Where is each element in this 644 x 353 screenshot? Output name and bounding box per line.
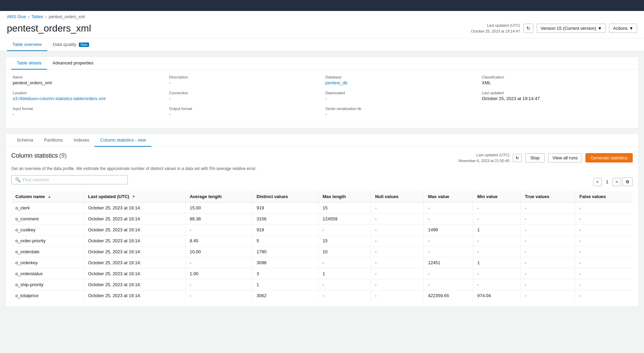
th-false-values: False values [575,191,633,202]
next-page-button[interactable]: > [612,178,621,186]
refresh-button[interactable]: ↻ [523,24,533,33]
table-row: o_commentOctober 25, 2023 at 19:14:88.38… [11,214,633,224]
version-select-button[interactable]: Version 15 (Current version) ▼ [537,24,606,33]
th-distinct-values: Distinct values [252,191,319,202]
prev-page-button[interactable]: < [593,178,602,186]
th-min-value: Min value [473,191,521,202]
database-link[interactable]: pentest_db [325,80,347,85]
sort-icon-updated: ▼ [132,195,135,198]
table-header-row: Column name ▲ Last updated (UTC) ▼ Avera… [11,191,633,202]
detail-placeholder [482,107,632,117]
subtab-table-details[interactable]: Table details [11,57,47,70]
search-icon: 🔍 [15,177,21,182]
pagination-area: < 1 > ⚙ [593,178,633,186]
table-row: o_orderstatusOctober 25, 2023 at 19:14:1… [11,268,633,279]
version-chevron-icon: ▼ [598,26,602,31]
table-row: o_orderkeyOctober 25, 2023 at 19:14:-309… [11,257,633,268]
th-max-value: Max value [424,191,473,202]
tab-schema[interactable]: Schema [11,134,39,147]
detail-serde: Serde serialization lib - [325,107,475,117]
breadcrumb-sep-1: › [28,14,29,19]
th-avg-length: Average length [185,191,252,202]
view-all-runs-button[interactable]: View all runs [548,153,582,162]
search-filter-row: 🔍 < 1 > ⚙ [11,175,633,188]
generate-statistics-button[interactable]: Generate statistics [585,153,633,162]
sort-asc-icon: ▲ [48,195,51,198]
bottom-section: Schema Partitions Indexes Column statist… [5,134,639,307]
details-grid: Name pentest_orders_xml Description - Da… [13,75,631,117]
breadcrumb-current: pentest_orders_xml [49,14,85,19]
th-last-updated[interactable]: Last updated (UTC) ▼ [84,191,185,202]
header-actions: Last updated (UTC) October 25, 2023 at 1… [471,23,637,34]
actions-label: Actions [613,26,628,31]
col-stats-count: (9) [59,152,67,159]
page-title: pentest_orders_xml [7,23,91,34]
breadcrumb-sep-2: › [45,14,47,19]
col-stats-header: Column statistics (9) Last updated (UTC)… [11,152,633,163]
table-row: o_ship-priorityOctober 25, 2023 at 19:14… [11,279,633,290]
detail-last-updated: Last updated October 25, 2023 at 19:14:4… [482,91,632,101]
detail-output-format: Output format - [169,107,319,117]
top-nav-bar [0,0,644,11]
detail-name: Name pentest_orders_xml [13,75,162,85]
col-stats-refresh-button[interactable]: ↻ [513,154,522,162]
tab-indexes[interactable]: Indexes [68,134,95,147]
th-max-length: Max length [318,191,371,202]
last-updated-label: Last updated (UTC) [471,23,520,28]
col-stats-last-updated-value: November 6, 2023 at 21:50:40 [459,158,510,164]
main-tabs: Table overview Data quality New [0,38,644,51]
col-stats-description: Get an overview of the data profile. We … [11,166,633,171]
th-null-values: Null values [371,191,423,202]
table-row: o_clerkOctober 25, 2023 at 19:14:15.0091… [11,202,633,214]
tab-column-statistics[interactable]: Column statistics - new [95,134,151,147]
col-stats-title: Column statistics [11,152,58,159]
location-link[interactable]: s3://kletduon-column-statistics-table/or… [13,96,106,101]
column-stats-table: Column name ▲ Last updated (UTC) ▼ Avera… [11,191,633,301]
stop-button[interactable]: Stop [525,153,545,162]
bottom-tabs: Schema Partitions Indexes Column statist… [6,134,638,147]
detail-database: Database pentest_db [325,75,475,85]
data-quality-badge: New [79,42,89,47]
table-row: o_order-priorityOctober 25, 2023 at 19:1… [11,235,633,246]
th-column-name[interactable]: Column name ▲ [11,191,84,202]
table-details-card: Table details Advanced properties Name p… [5,57,639,128]
page-header: pentest_orders_xml Last updated (UTC) Oc… [0,21,644,38]
table-details-content: Name pentest_orders_xml Description - Da… [6,70,638,128]
tab-partitions[interactable]: Partitions [39,134,68,147]
detail-location: Location s3://kletduon-column-statistics… [13,91,162,101]
tab-data-quality[interactable]: Data quality New [47,38,95,51]
breadcrumb-aws-glue[interactable]: AWS Glue [7,14,26,19]
col-stats-actions: Last updated (UTC) November 6, 2023 at 2… [459,152,633,163]
table-settings-button[interactable]: ⚙ [622,178,633,186]
sub-tabs: Table details Advanced properties [6,57,638,70]
actions-button[interactable]: Actions ▼ [609,24,637,33]
table-row: o_totalpriceOctober 25, 2023 at 19:14:-3… [11,290,633,301]
breadcrumb-tables[interactable]: Tables [32,14,44,19]
version-label: Version 15 (Current version) [541,26,596,31]
table-row: o_orderdateOctober 25, 2023 at 19:14:10.… [11,246,633,257]
page-number: 1 [603,178,611,186]
table-row: o_custkeyOctober 25, 2023 at 19:14:-919-… [11,224,633,235]
last-updated-info: Last updated (UTC) October 25, 2023 at 1… [471,23,520,34]
search-bar[interactable]: 🔍 [11,175,128,184]
col-stats-last-updated: Last updated (UTC) November 6, 2023 at 2… [459,152,510,163]
detail-connection: Connection - [169,91,319,101]
col-stats-last-updated-label: Last updated (UTC) [459,152,510,158]
search-input[interactable] [23,177,124,182]
last-updated-value: October 25, 2023 at 19:14:47 [471,28,520,34]
detail-deprecated: Deprecated - [325,91,475,101]
column-statistics-section: Column statistics (9) Last updated (UTC)… [6,147,638,306]
detail-classification: Classification XML [482,75,632,85]
th-true-values: True values [521,191,575,202]
actions-chevron-icon: ▼ [629,26,633,31]
detail-description: Description - [169,75,319,85]
col-stats-title-area: Column statistics (9) [11,152,67,159]
detail-input-format: Input format - [13,107,162,117]
tab-table-overview[interactable]: Table overview [7,38,47,51]
breadcrumb: AWS Glue › Tables › pentest_orders_xml [0,11,644,21]
subtab-advanced-properties[interactable]: Advanced properties [47,57,99,70]
